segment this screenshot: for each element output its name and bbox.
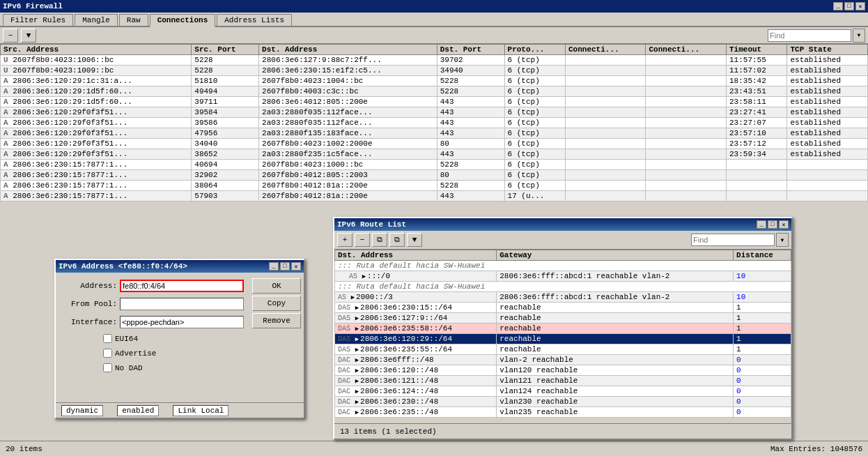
cell-proto: 6 (tcp) (504, 66, 565, 76)
from-pool-input[interactable] (120, 298, 244, 310)
route-find-input[interactable] (691, 234, 775, 246)
cell-dport: 5228 (437, 86, 504, 97)
find-dropdown[interactable]: ▼ (853, 29, 865, 43)
close-button[interactable]: ✕ (855, 2, 865, 10)
route-col-distance[interactable]: Distance (734, 250, 791, 261)
cell-state: established (787, 66, 868, 76)
route-row[interactable]: AS ▶2000::/3 2806:3e6:fff::abcd:1 reacha… (335, 292, 791, 303)
minus-button[interactable]: − (3, 29, 18, 43)
route-row[interactable]: DAC ▶2806:3e6:121::/48 vlan121 reachable… (335, 376, 791, 386)
route-copy-button[interactable]: ⧉ (372, 233, 387, 247)
route-maximize-button[interactable]: □ (768, 220, 777, 229)
table-row[interactable]: A 2806:3e6:120:29f0f3f51... 38652 2a03:2… (1, 149, 868, 160)
route-col-gateway[interactable]: Gateway (497, 250, 734, 261)
col-src-port[interactable]: Src. Port (192, 45, 259, 55)
tab-mangle[interactable]: Mangle (75, 14, 118, 26)
route-find-dropdown[interactable]: ▼ (776, 233, 789, 247)
col-dst-address[interactable]: Dst. Address (259, 45, 437, 55)
route-paste-button[interactable]: ⧉ (389, 233, 405, 247)
route-row[interactable]: DAS ▶2806:3e6:230:15::/64 reachable 1 (335, 303, 791, 313)
route-remove-button[interactable]: − (355, 233, 370, 247)
route-cell-distance: 0 (734, 355, 791, 365)
cell-dst: 2806:3e6:4012:805::200e (259, 97, 437, 107)
route-add-button[interactable]: + (337, 233, 352, 247)
tab-raw[interactable]: Raw (119, 14, 148, 26)
table-row[interactable]: A 2806:3e6:120:29:1c:31:a... 51810 2607f… (1, 76, 868, 86)
table-row[interactable]: A 2806:3e6:120:29f0f3f51... 34040 2607f8… (1, 139, 868, 149)
col-src-address[interactable]: Src. Address (1, 45, 192, 55)
route-status-bar: 13 items (1 selected) (334, 423, 791, 439)
col-timeout[interactable]: Timeout (726, 45, 786, 55)
addr-minimize-button[interactable]: _ (269, 262, 279, 271)
cell-src: A 2806:3e6:120:29f0f3f51... (1, 118, 192, 128)
route-row[interactable]: DAC ▶2806:3e6:120::/48 vlan120 reachable… (335, 365, 791, 376)
route-row[interactable]: ::: Ruta default hacia SW-Huawei (335, 282, 791, 292)
no-dad-checkbox[interactable] (103, 363, 112, 372)
find-input[interactable] (768, 29, 851, 42)
col-proto[interactable]: Proto... (504, 45, 565, 55)
table-row[interactable]: A 2806:3e6:230:15:7877:1... 38064 2607f8… (1, 181, 868, 191)
table-row[interactable]: A 2806:3e6:120:29:1d5f:60... 49494 2607f… (1, 86, 868, 97)
table-row[interactable]: A 2806:3e6:120:29f0f3f51... 39586 2a03:2… (1, 118, 868, 128)
cell-c2 (646, 128, 727, 139)
table-row[interactable]: A 2806:3e6:120:29f0f3f51... 47956 2a03:2… (1, 128, 868, 139)
eui64-label: EUI64 (115, 335, 138, 343)
col-tcp-state[interactable]: TCP State (787, 45, 868, 55)
cell-timeout: 23:58:11 (726, 97, 786, 107)
tab-address-lists[interactable]: Address Lists (217, 14, 292, 26)
tab-filter-rules[interactable]: Filter Rules (3, 14, 73, 26)
table-row[interactable]: U 2607f8b0:4023:1009::bc 5228 2806:3e6:2… (1, 66, 868, 76)
route-row[interactable]: DAS ▶2806:3e6:235:58::/64 reachable 1 (335, 324, 791, 334)
route-row[interactable]: DAC ▶2806:3e6:124::/48 vlan124 reachable… (335, 386, 791, 397)
copy-button[interactable]: Copy (252, 296, 301, 311)
route-table-container[interactable]: Dst. Address Gateway Distance ::: Ruta d… (334, 250, 791, 423)
remove-button[interactable]: Remove (252, 313, 301, 328)
ok-button[interactable]: OK (252, 278, 301, 294)
cell-state: established (787, 107, 868, 118)
route-close-button[interactable]: ✕ (779, 220, 789, 229)
table-row[interactable]: A 2806:3e6:230:15:7877:1... 32902 2607f8… (1, 170, 868, 181)
route-row[interactable]: DAS ▶2806:3e6:120:29::/64 reachable 1 (335, 334, 791, 344)
cell-dport: 80 (437, 139, 504, 149)
route-cell-distance: 10 (734, 271, 791, 282)
eui64-checkbox[interactable] (103, 334, 112, 343)
cell-src: A 2806:3e6:230:15:7877:1... (1, 170, 192, 181)
cell-timeout: 23:43:51 (726, 86, 786, 97)
table-row[interactable]: A 2806:3e6:120:29f0f3f51... 39584 2a03:2… (1, 107, 868, 118)
route-cell-distance: 0 (734, 376, 791, 386)
addr-close-button[interactable]: ✕ (291, 262, 301, 271)
route-row[interactable]: DAC ▶2806:3e6:230::/48 vlan230 reachable… (335, 397, 791, 407)
col-conn1[interactable]: Connecti... (565, 45, 646, 55)
cell-timeout: 23:27:41 (726, 107, 786, 118)
find-box: ▼ (768, 29, 865, 43)
main-title: IPv6 Firewall (3, 2, 63, 10)
address-input[interactable] (120, 280, 244, 292)
route-row[interactable]: AS ▶:::/0 2806:3e6:fff::abcd:1 reachable… (335, 271, 791, 282)
route-row[interactable]: ::: Ruta default hacia SW-Huawei (335, 261, 791, 271)
cell-timeout (726, 160, 786, 170)
maximize-button[interactable]: □ (844, 2, 854, 10)
advertise-checkbox[interactable] (103, 349, 112, 358)
content-area: Src. Address Src. Port Dst. Address Dst.… (0, 44, 868, 456)
route-row[interactable]: DAC ▶2806:3e6:235::/48 vlan235 reachable… (335, 407, 791, 418)
route-filter-button[interactable]: ▼ (407, 233, 422, 247)
table-row[interactable]: A 2806:3e6:230:15:7877:1... 40694 2607f8… (1, 160, 868, 170)
minimize-button[interactable]: _ (833, 2, 843, 10)
col-conn2[interactable]: Connecti... (646, 45, 727, 55)
route-cell-gateway: vlan124 reachable (497, 386, 734, 397)
route-row[interactable]: DAC ▶2806:3e6fff::/48 vlan-2 reachable 0 (335, 355, 791, 365)
addr-maximize-button[interactable]: □ (280, 262, 290, 271)
filter-button[interactable]: ▼ (21, 29, 36, 43)
interface-input[interactable] (120, 316, 244, 328)
table-row[interactable]: U 2607f8b0:4023:1006::bc 5228 2806:3e6:1… (1, 55, 868, 66)
table-row[interactable]: A 2806:3e6:230:15:7877:1... 57903 2607f8… (1, 191, 868, 202)
table-row[interactable]: A 2806:3e6:120:29:1d5f:60... 39711 2806:… (1, 97, 868, 107)
route-col-dst[interactable]: Dst. Address (335, 250, 497, 261)
cell-dport: 39702 (437, 55, 504, 66)
route-row[interactable]: DAS ▶2806:3e6:235:55::/64 reachable 1 (335, 344, 791, 355)
route-minimize-button[interactable]: _ (757, 220, 766, 229)
col-dst-port[interactable]: Dst. Port (437, 45, 504, 55)
cell-c1 (565, 181, 646, 191)
route-row[interactable]: DAS ▶2806:3e6:127:9::/64 reachable 1 (335, 313, 791, 324)
tab-connections[interactable]: Connections (150, 14, 216, 27)
